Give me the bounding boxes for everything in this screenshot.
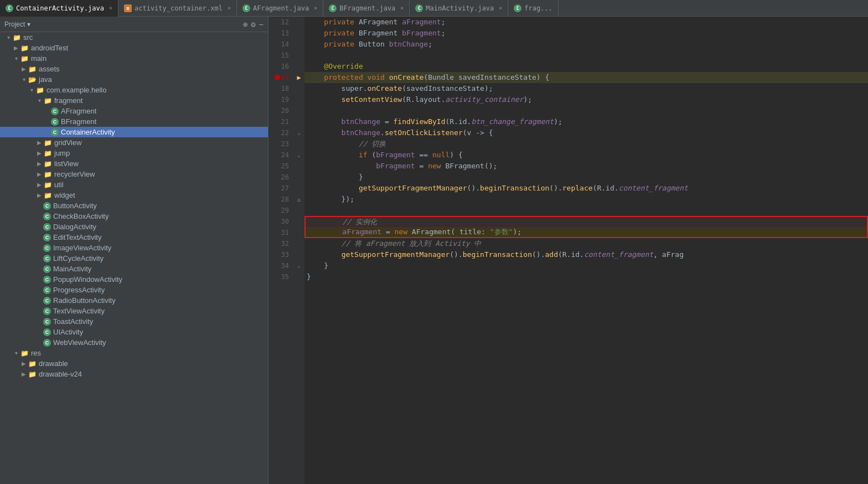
tree-item-fragment-folder[interactable]: ▾ 📁 fragment (0, 95, 268, 106)
gutter-35 (293, 271, 304, 282)
class-icon: C (43, 234, 51, 241)
tree-label: listView (54, 159, 79, 168)
tree-label: main (31, 54, 46, 63)
tree-item-containeractivity[interactable]: C ContainerActivity (0, 127, 268, 137)
tree-label: CheckBoxActivity (53, 212, 108, 220)
line-num-28: 28 (268, 194, 293, 205)
tree-label: recyclerView (54, 170, 95, 178)
tree-item-afragment[interactable]: C AFragment (0, 106, 268, 116)
tree-item-res[interactable]: ▾ 📁 res (0, 348, 268, 358)
tree-item-main[interactable]: ▾ 📁 main (0, 53, 268, 64)
expand-arrow: ▶ (35, 182, 43, 188)
gutter-31 (293, 227, 304, 238)
class-icon: C (43, 265, 51, 273)
code-line-19: setContentView (R.layout. activity_conta… (304, 94, 868, 105)
close-icon[interactable]: × (314, 5, 317, 11)
folder-icon: 📁 (43, 181, 52, 189)
close-icon[interactable]: × (228, 5, 231, 11)
tree-item-radiobuttonactivity[interactable]: C RadioButtonActivity (0, 295, 268, 306)
tree-item-listview[interactable]: ▶ 📁 listView (0, 158, 268, 169)
expand-arrow: ▶ (35, 140, 43, 146)
tree-item-assets[interactable]: ▶ 📁 assets (0, 64, 268, 74)
line-num-29: 29 (268, 205, 293, 216)
gutter-26 (293, 172, 304, 183)
tree-label: androidTest (31, 44, 68, 52)
tree-item-uiactivity[interactable]: C UIActivity (0, 327, 268, 337)
tree-item-widget[interactable]: ▶ 📁 widget (0, 190, 268, 200)
settings-icon[interactable]: ⚙ (251, 20, 255, 29)
tree-label: fragment (54, 96, 82, 105)
code-editor[interactable]: 12 13 14 15 16 17 18 19 20 21 22 23 24 2… (268, 17, 868, 484)
tree-label: ToastActivity (53, 317, 93, 326)
gutter-30 (293, 216, 304, 227)
gutter-bp17[interactable]: ▶ (293, 72, 304, 83)
line-num-31: 31 (268, 227, 293, 238)
code-line-25: bFragment = new BFragment(); (304, 161, 868, 172)
close-icon[interactable]: × (400, 5, 404, 11)
tab-frag[interactable]: C frag... (508, 0, 559, 17)
tree-item-edittextactivity[interactable]: C EditTextActivity (0, 232, 268, 243)
tab-afragment[interactable]: C AFragment.java × (237, 0, 323, 17)
gutter-29 (293, 205, 304, 216)
folder-icon: 📁 (28, 370, 37, 378)
tree-item-checkboxactivity[interactable]: C CheckBoxActivity (0, 211, 268, 222)
gutter-fold-28[interactable]: △ (293, 194, 304, 205)
line-num-14: 14 (268, 39, 293, 50)
tree-label: RadioButtonActivity (53, 296, 116, 305)
java-folder-icon: 📂 (28, 76, 37, 84)
tree-item-jump[interactable]: ▶ 📁 jump (0, 148, 268, 158)
tree-item-mainactivity[interactable]: C MainActivity (0, 264, 268, 274)
globe-icon[interactable]: ⊕ (243, 20, 247, 29)
tree-item-package[interactable]: ▾ 📁 com.example.hello (0, 85, 268, 95)
tree-item-imageviewactivity[interactable]: C ImageViewActivity (0, 243, 268, 253)
tree-item-liftcycleactivity[interactable]: C LiftCycleActivity (0, 253, 268, 264)
tree-item-util[interactable]: ▶ 📁 util (0, 179, 268, 190)
tree-item-buttonactivity[interactable]: C ButtonActivity (0, 200, 268, 211)
expand-arrow: ▾ (4, 34, 12, 40)
minus-icon[interactable]: − (259, 20, 264, 29)
tree-item-dialogactivity[interactable]: C DialogActivity (0, 222, 268, 232)
sidebar-actions: ⊕ ⚙ − (243, 20, 264, 29)
tree-item-recyclerview[interactable]: ▶ 📁 recyclerView (0, 169, 268, 179)
code-line-24: if ( bFragment == null ) { (304, 150, 868, 161)
line-num-12: 12 (268, 17, 293, 28)
tab-label: BFragment.java (339, 4, 395, 12)
code-line-33: getSupportFragmentManager (). beginTrans… (304, 249, 868, 260)
tab-label: MainActivity.java (426, 4, 494, 12)
close-icon[interactable]: × (109, 5, 112, 11)
tree-item-toastactivity[interactable]: C ToastActivity (0, 316, 268, 327)
gutter-14 (293, 39, 304, 50)
folder-icon: 📁 (43, 139, 52, 147)
gutter-fold-22[interactable]: ⌄ (293, 127, 304, 138)
tab-mainactivity[interactable]: C MainActivity.java × (410, 0, 508, 17)
tree-item-drawable[interactable]: ▶ 📁 drawable (0, 358, 268, 369)
tree-item-progressactivity[interactable]: C ProgressActivity (0, 285, 268, 295)
gutter-fold-24[interactable]: ⌄ (293, 150, 304, 161)
tree-label: gridView (54, 138, 82, 147)
tab-container-activity[interactable]: C ContainerActivity.java × (0, 0, 118, 17)
tree-item-textviewactivity[interactable]: C TextViewActivity (0, 306, 268, 316)
tree-item-drawable-v24[interactable]: ▶ 📁 drawable-v24 (0, 369, 268, 379)
tree-item-popupwindowactivity[interactable]: C PopupWindowActivity (0, 274, 268, 285)
tab-bfragment[interactable]: C BFragment.java × (323, 0, 410, 17)
tree-item-gridview[interactable]: ▶ 📁 gridView (0, 137, 268, 148)
tree-label: DialogActivity (53, 223, 96, 231)
code-line-30: // 实例化 (304, 216, 868, 227)
tree-item-src[interactable]: ▾ 📁 src (0, 32, 268, 43)
tab-label: ContainerActivity.java (16, 4, 104, 12)
tree-label: assets (39, 65, 60, 73)
tree-label: BFragment (61, 117, 96, 126)
gutter-23 (293, 138, 304, 150)
code-line-14: private Button btnChange ; (304, 39, 868, 50)
tab-activity-container-xml[interactable]: ≡ activity_container.xml × (118, 0, 237, 17)
close-icon[interactable]: × (499, 5, 502, 11)
folder-icon: 📁 (43, 97, 52, 105)
folder-icon: 📁 (20, 44, 29, 52)
tree-item-bfragment[interactable]: C BFragment (0, 116, 268, 127)
gutter-fold-34[interactable]: ⌄ (293, 260, 304, 271)
code-line-34: } (304, 260, 868, 271)
tree-item-webviewactivity[interactable]: C WebViewActivity (0, 337, 268, 348)
tree-item-java[interactable]: ▾ 📂 java (0, 74, 268, 85)
expand-arrow: ▾ (12, 55, 20, 61)
tree-item-androidtest[interactable]: ▶ 📁 androidTest (0, 43, 268, 53)
